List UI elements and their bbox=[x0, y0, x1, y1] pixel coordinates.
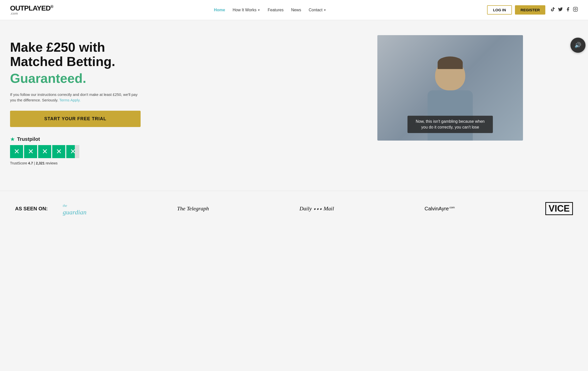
hero-title-green: Guaranteed. bbox=[10, 71, 312, 86]
features-link[interactable]: Features bbox=[268, 8, 283, 12]
star-2: ✕ bbox=[24, 145, 37, 158]
contact-link[interactable]: Contact bbox=[309, 8, 322, 12]
trustpilot-name: Trustpilot bbox=[17, 136, 40, 142]
logo-text: OUTPLAYED® bbox=[10, 5, 53, 12]
vice-logo: VICE bbox=[545, 202, 573, 215]
trustpilot-stars: ✕ ✕ ✕ ✕ ✕ bbox=[10, 145, 312, 158]
terms-link[interactable]: Terms Apply. bbox=[59, 98, 81, 102]
star-3: ✕ bbox=[38, 145, 51, 158]
svg-rect-0 bbox=[573, 7, 578, 12]
hero-left: Make £250 with Matched Betting. Guarante… bbox=[10, 35, 322, 165]
chevron-down-icon-2: ▼ bbox=[324, 9, 326, 12]
trustpilot-star-icon: ★ bbox=[10, 136, 15, 143]
nav-news[interactable]: News bbox=[291, 8, 301, 12]
nav-contact[interactable]: Contact ▼ bbox=[309, 8, 326, 12]
trustpilot: ★ Trustpilot ✕ ✕ ✕ ✕ ✕ TrustScore 4.7 | … bbox=[10, 136, 312, 165]
logo-sub: .com bbox=[10, 12, 18, 15]
star-5-half: ✕ bbox=[66, 145, 79, 158]
start-trial-button[interactable]: START YOUR FREE TRIAL bbox=[10, 111, 141, 127]
home-link[interactable]: Home bbox=[214, 8, 225, 12]
person-body bbox=[428, 90, 473, 141]
hero-right: 🔊 Now, this isn't gambling because when … bbox=[322, 35, 578, 141]
telegraph-logo: The Telegraph bbox=[177, 205, 209, 212]
hero-title-line1: Make £250 with Matched Betting. bbox=[10, 40, 312, 69]
tiktok-icon[interactable] bbox=[550, 7, 555, 13]
guardian-logo: the guardian bbox=[63, 201, 86, 216]
nav-home[interactable]: Home bbox=[214, 8, 225, 12]
star-1: ✕ bbox=[10, 145, 23, 158]
hero-description: If you follow our instructions correctly… bbox=[10, 92, 141, 103]
trustpilot-header: ★ Trustpilot bbox=[10, 136, 312, 143]
calvinayre-logo: CalvinAyre.com bbox=[425, 206, 455, 212]
nav-links: Home How It Works ▼ Features News Contac… bbox=[214, 8, 326, 12]
twitter-icon[interactable] bbox=[558, 7, 563, 13]
as-seen-on-section: AS SEEN ON: the guardian The Telegraph D… bbox=[0, 191, 588, 226]
nav-features[interactable]: Features bbox=[268, 8, 283, 12]
navbar: OUTPLAYED® .com Home How It Works ▼ Feat… bbox=[0, 0, 588, 20]
chevron-down-icon: ▼ bbox=[257, 9, 260, 12]
facebook-icon[interactable] bbox=[565, 7, 570, 13]
social-icons bbox=[550, 7, 578, 13]
logo[interactable]: OUTPLAYED® .com bbox=[10, 5, 53, 15]
how-it-works-link[interactable]: How It Works bbox=[233, 8, 257, 12]
video-caption: Now, this isn't gambling because when yo… bbox=[407, 116, 493, 133]
sound-icon: 🔊 bbox=[574, 42, 581, 48]
person-head bbox=[435, 60, 465, 90]
login-button[interactable]: LOG IN bbox=[487, 5, 512, 15]
instagram-icon[interactable] bbox=[573, 7, 578, 13]
nav-right: LOG IN REGISTER bbox=[487, 5, 578, 15]
news-link[interactable]: News bbox=[291, 8, 301, 12]
media-logos: the guardian The Telegraph Daily ✦✦✦ Mai… bbox=[63, 201, 573, 216]
as-seen-on-label: AS SEEN ON: bbox=[15, 206, 48, 212]
dailymail-logo: Daily ✦✦✦ Mail bbox=[300, 205, 334, 212]
sound-button[interactable]: 🔊 bbox=[570, 38, 585, 53]
register-button[interactable]: REGISTER bbox=[515, 5, 545, 15]
video-container[interactable]: Now, this isn't gambling because when yo… bbox=[377, 35, 523, 141]
nav-how-it-works[interactable]: How It Works ▼ bbox=[233, 8, 260, 12]
hero-section: Make £250 with Matched Betting. Guarante… bbox=[0, 20, 588, 191]
star-4: ✕ bbox=[52, 145, 65, 158]
trustpilot-score: TrustScore 4.7 | 2,321 reviews bbox=[10, 161, 312, 165]
